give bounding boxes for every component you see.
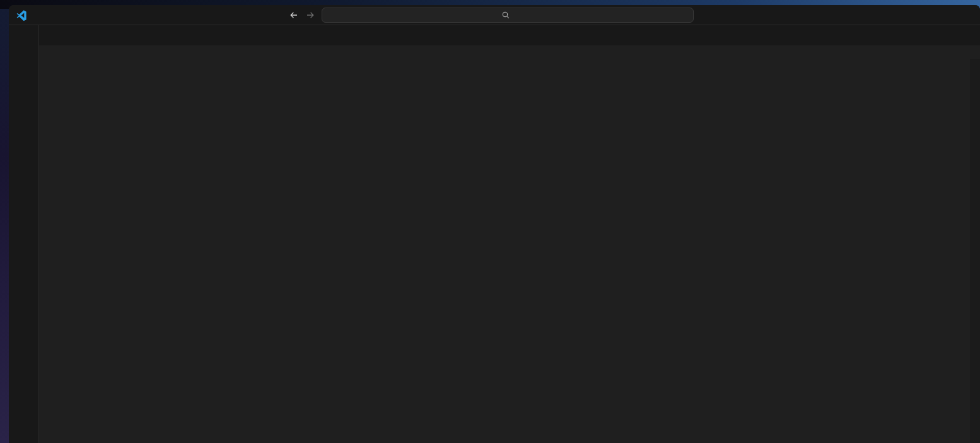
activity-bar [9, 25, 39, 443]
code-editor[interactable] [39, 59, 980, 443]
tab-bar [39, 25, 980, 45]
breadcrumb [39, 45, 980, 59]
editor-group [39, 25, 980, 443]
forward-arrow-icon[interactable] [305, 10, 315, 20]
editor-actions [965, 25, 980, 45]
history-navigation [289, 5, 315, 25]
back-arrow-icon[interactable] [289, 10, 299, 20]
vscode-logo-icon [16, 9, 27, 21]
search-icon [501, 11, 510, 20]
overview-ruler [970, 59, 980, 443]
vscode-window [9, 5, 980, 443]
command-center[interactable] [322, 8, 694, 23]
minimap[interactable] [897, 59, 970, 443]
title-bar [9, 5, 980, 25]
